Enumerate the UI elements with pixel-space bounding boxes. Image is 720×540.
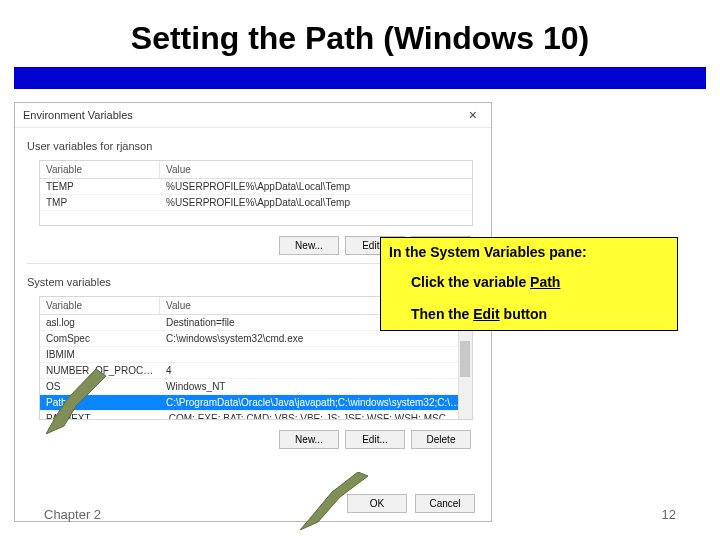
table-row[interactable]: NUMBER_OF_PROCESSORS 4 (40, 363, 472, 379)
cell-val: Windows_NT (160, 379, 472, 394)
cell-var: NUMBER_OF_PROCESSORS (40, 363, 160, 378)
cell-val: C:\windows\system32\cmd.exe (160, 331, 472, 346)
annotation-line-2: Then the Edit button (381, 298, 677, 330)
close-icon[interactable]: × (463, 107, 483, 123)
table-row[interactable]: TEMP %USERPROFILE%\AppData\Local\Temp (40, 179, 472, 195)
table-row-path[interactable]: Path C:\ProgramData\Oracle\Java\javapath… (40, 395, 472, 411)
footer-chapter: Chapter 2 (44, 507, 101, 522)
cell-var: asl.log (40, 315, 160, 330)
col-variable[interactable]: Variable (40, 297, 160, 314)
cell-var: ComSpec (40, 331, 160, 346)
cell-var: Path (40, 395, 160, 410)
anno-text: Click the variable (411, 274, 530, 290)
sys-button-row: New... Edit... Delete (15, 420, 491, 457)
anno-path-word: Path (530, 274, 560, 290)
cell-val: C:\ProgramData\Oracle\Java\javapath;C:\w… (160, 395, 472, 410)
cell-val: %USERPROFILE%\AppData\Local\Temp (160, 179, 472, 194)
col-variable[interactable]: Variable (40, 161, 160, 178)
cancel-button[interactable]: Cancel (415, 494, 475, 513)
table-row[interactable]: PATHEXT .COM;.EXE;.BAT;.CMD;.VBS;.VBE;.J… (40, 411, 472, 419)
table-row[interactable]: OS Windows_NT (40, 379, 472, 395)
table-row[interactable]: TMP %USERPROFILE%\AppData\Local\Temp (40, 195, 472, 211)
cell-val: 4 (160, 363, 472, 378)
anno-edit-word: Edit (473, 306, 499, 322)
sys-delete-button[interactable]: Delete (411, 430, 471, 449)
annotation-title: In the System Variables pane: (381, 238, 677, 266)
cell-var: IBMIM (40, 347, 160, 362)
sys-edit-button[interactable]: Edit... (345, 430, 405, 449)
cell-var: PATHEXT (40, 411, 160, 419)
cell-var: OS (40, 379, 160, 394)
user-vars-label: User variables for rjanson (15, 128, 491, 156)
cell-var: TMP (40, 195, 160, 210)
col-value[interactable]: Value (160, 161, 472, 178)
annotation-line-1: Click the variable Path (381, 266, 677, 298)
table-header: Variable Value (40, 161, 472, 179)
cell-val: %USERPROFILE%\AppData\Local\Temp (160, 195, 472, 210)
dialog-title: Environment Variables (23, 109, 133, 121)
user-new-button[interactable]: New... (279, 236, 339, 255)
table-row[interactable]: ComSpec C:\windows\system32\cmd.exe (40, 331, 472, 347)
dialog-titlebar: Environment Variables × (15, 103, 491, 128)
slide-title: Setting the Path (Windows 10) (0, 0, 720, 67)
annotation-callout: In the System Variables pane: Click the … (380, 237, 678, 331)
cell-var: TEMP (40, 179, 160, 194)
table-row[interactable]: IBMIM (40, 347, 472, 363)
anno-text: button (500, 306, 547, 322)
user-vars-table: Variable Value TEMP %USERPROFILE%\AppDat… (39, 160, 473, 226)
footer-page-number: 12 (662, 507, 676, 522)
cell-val: .COM;.EXE;.BAT;.CMD;.VBS;.VBE;.JS;.JSE;.… (160, 411, 472, 419)
dialog-bottom-buttons: OK Cancel (347, 494, 475, 513)
sys-new-button[interactable]: New... (279, 430, 339, 449)
blue-accent-bar (14, 67, 706, 89)
cell-val (160, 347, 472, 362)
anno-text: Then the (411, 306, 473, 322)
scroll-thumb[interactable] (460, 341, 470, 377)
ok-button[interactable]: OK (347, 494, 407, 513)
